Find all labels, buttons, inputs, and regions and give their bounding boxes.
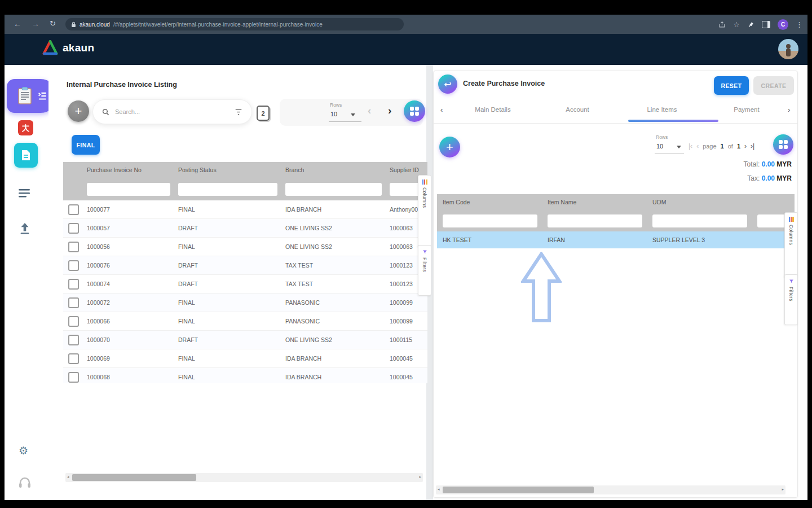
sidebar-item-red-applet[interactable]: [18, 120, 33, 135]
table-header-row: Purchase Invoice No Posting Status Branc…: [63, 162, 427, 178]
invoice-table-row[interactable]: 1000056 FINAL ONE LIVING SS2 1000063: [63, 238, 427, 256]
filters-side-tab[interactable]: Filters: [418, 245, 431, 296]
back-button[interactable]: ↩: [438, 75, 457, 94]
invoice-table-row[interactable]: 1000070 DRAFT ONE LIVING SS2 1000115: [63, 331, 427, 349]
scrollbar-thumb[interactable]: [443, 487, 594, 493]
share-icon[interactable]: [718, 21, 726, 28]
prev-page-icon[interactable]: ‹: [368, 106, 371, 116]
last-page-icon[interactable]: ›|: [751, 142, 754, 150]
filter-input-invoice-no[interactable]: [87, 183, 170, 196]
tab-line-items[interactable]: Line Items: [620, 106, 704, 113]
browser-back-icon[interactable]: ←: [14, 19, 21, 29]
col-header-item-name[interactable]: Item Name: [542, 199, 647, 205]
extension-pin-icon[interactable]: [747, 21, 754, 28]
col-header-branch[interactable]: Branch: [282, 167, 386, 173]
final-filter-button[interactable]: FINAL: [72, 135, 100, 155]
scroll-right-icon[interactable]: ▸: [419, 475, 421, 479]
columns-side-tab[interactable]: Columns: [418, 175, 431, 247]
invoice-table-row[interactable]: 1000068 FINAL IDA BRANCH 1000045: [63, 368, 427, 383]
sidebar-item-document-applet[interactable]: [14, 143, 38, 168]
horizontal-scrollbar[interactable]: ◂ ▸: [436, 485, 785, 494]
line-item-row-selected[interactable]: HK TESET IRFAN SUPPLER LEVEL 3: [437, 231, 795, 248]
next-page-icon[interactable]: ›: [744, 142, 747, 150]
filters-side-tab[interactable]: Filters: [784, 274, 798, 325]
invoice-table-row[interactable]: 1000057 DRAFT ONE LIVING SS2 1000063: [63, 219, 427, 238]
col-header-invoice-no[interactable]: Purchase Invoice No: [83, 167, 175, 173]
filter-input-item-code[interactable]: [443, 214, 537, 227]
filter-input-item-name[interactable]: [548, 214, 642, 227]
row-checkbox[interactable]: [68, 335, 79, 345]
settings-gear-icon[interactable]: ⚙: [19, 444, 28, 457]
horizontal-scrollbar[interactable]: ◂ ▸: [65, 473, 423, 482]
invoice-table-row[interactable]: 1000074 DRAFT TAX TEST 1000123: [63, 275, 427, 294]
rows-per-page-value[interactable]: 10: [656, 143, 663, 150]
search-input[interactable]: [114, 108, 230, 116]
tabs-scroll-right-icon[interactable]: ›: [788, 106, 790, 114]
browser-profile-avatar[interactable]: C: [778, 19, 788, 30]
invoice-table-row[interactable]: 1000066 FINAL PANASONIC 1000099: [63, 312, 427, 331]
sidebar-item-upload[interactable]: [19, 222, 31, 235]
columns-side-tab[interactable]: Columns: [784, 212, 798, 278]
tab-main-details[interactable]: Main Details: [451, 106, 535, 113]
invoice-table-row[interactable]: 1000072 FINAL PANASONIC 1000099: [63, 294, 427, 312]
table-filter-row: [63, 178, 427, 200]
row-checkbox[interactable]: [68, 279, 79, 290]
row-checkbox[interactable]: [68, 204, 79, 215]
row-checkbox[interactable]: [68, 353, 79, 364]
support-headset-icon[interactable]: [18, 476, 32, 488]
tab-account[interactable]: Account: [535, 106, 620, 113]
browser-forward-icon[interactable]: →: [32, 19, 39, 29]
invoice-table-row[interactable]: 1000076 DRAFT TAX TEST 1000123: [63, 256, 427, 275]
next-page-icon[interactable]: ›: [388, 106, 391, 116]
filter-funnel-icon[interactable]: [235, 108, 242, 116]
scrollbar-thumb[interactable]: [72, 474, 196, 481]
sidebar-item-list[interactable]: [18, 188, 30, 198]
scroll-right-icon[interactable]: ▸: [782, 487, 784, 492]
address-bar[interactable]: akaun.cloud/#/applets/tnt/wavelet/erp/in…: [65, 18, 404, 30]
prev-page-icon[interactable]: ‹: [696, 142, 699, 150]
scroll-left-icon[interactable]: ◂: [67, 475, 69, 479]
search-icon: [102, 108, 109, 116]
col-header-posting-status[interactable]: Posting Status: [175, 167, 282, 173]
cell-branch: ONE LIVING SS2: [282, 336, 386, 343]
add-invoice-button[interactable]: +: [68, 100, 89, 122]
browser-reload-icon[interactable]: ↻: [50, 19, 56, 29]
row-checkbox[interactable]: [68, 242, 79, 252]
rows-caret-down-icon[interactable]: [351, 113, 355, 116]
row-checkbox[interactable]: [68, 297, 79, 308]
grid-view-button[interactable]: [773, 134, 793, 155]
invoice-table-row[interactable]: 1000077 FINAL IDA BRANCH Anthony00: [63, 200, 427, 219]
reset-button[interactable]: RESET: [714, 76, 749, 95]
user-avatar[interactable]: [778, 39, 798, 59]
grid-view-button[interactable]: [404, 100, 425, 122]
col-header-item-code[interactable]: Item Code: [437, 199, 542, 205]
filter-input-branch[interactable]: [285, 183, 382, 196]
tab-payment[interactable]: Payment: [704, 106, 789, 113]
row-checkbox[interactable]: [68, 316, 79, 327]
scroll-left-icon[interactable]: ◂: [438, 487, 440, 492]
row-checkbox[interactable]: [68, 372, 79, 383]
filter-input-uom[interactable]: [652, 214, 747, 227]
cell-invoice-no: 1000056: [83, 243, 175, 250]
saved-filters-badge[interactable]: 2: [257, 106, 270, 121]
side-panel-icon[interactable]: [762, 21, 770, 28]
browser-menu-icon[interactable]: ⋮: [796, 20, 803, 29]
cell-branch: PANASONIC: [282, 318, 386, 325]
cell-invoice-no: 1000066: [83, 318, 175, 325]
row-checkbox[interactable]: [68, 260, 79, 271]
row-checkbox[interactable]: [68, 223, 79, 234]
search-box: [92, 99, 252, 124]
add-line-item-button[interactable]: +: [439, 137, 460, 157]
tax-value: 0.00: [762, 174, 775, 182]
create-button[interactable]: CREATE: [753, 76, 794, 95]
bookmark-star-icon[interactable]: ☆: [733, 20, 740, 29]
brand-logo[interactable]: akaun: [42, 40, 94, 55]
tabs-scroll-left-icon[interactable]: ‹: [440, 106, 443, 114]
rows-caret-down-icon[interactable]: [677, 146, 681, 148]
filter-input-posting-status[interactable]: [178, 183, 277, 196]
rows-per-page-value[interactable]: 10: [330, 111, 337, 117]
first-page-icon[interactable]: |‹: [689, 142, 692, 150]
col-header-uom[interactable]: UOM: [647, 199, 752, 205]
invoice-table-row[interactable]: 1000069 FINAL IDA BRANCH 1000045: [63, 349, 427, 368]
col-header-supplier-id[interactable]: Supplier ID: [386, 167, 427, 173]
